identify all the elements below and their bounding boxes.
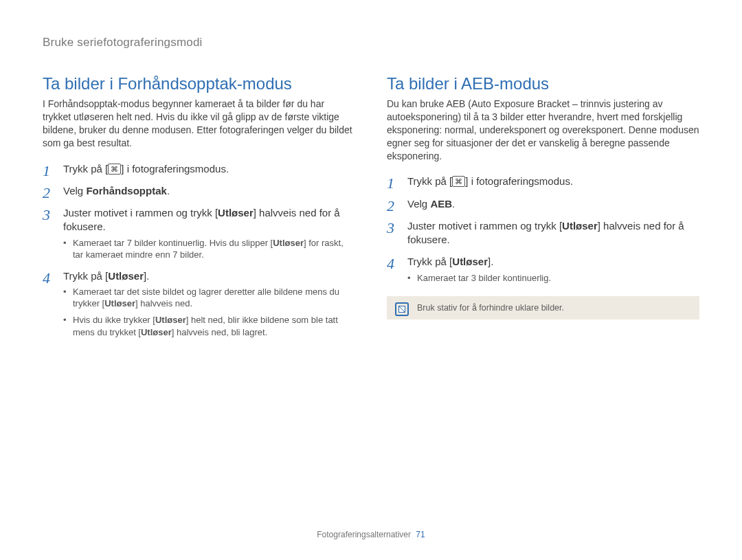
text: ] i fotograferingsmodus. bbox=[465, 175, 573, 187]
shutter-key: Utløser bbox=[104, 298, 135, 309]
right-step-4-note: Kameraet tar 3 bilder kontinuerlig. bbox=[407, 272, 699, 284]
text: ]. bbox=[144, 270, 149, 282]
left-title: Ta bilder i Forhåndsopptak-modus bbox=[43, 74, 355, 93]
text: Juster motivet i rammen og trykk [ bbox=[407, 220, 562, 232]
mode-name: Forhåndsopptak bbox=[86, 185, 167, 197]
drive-mode-icon: ⌘ bbox=[108, 164, 121, 175]
text: Hvis du ikke trykker [ bbox=[73, 315, 155, 325]
text: . bbox=[167, 185, 170, 197]
page-footer: Fotograferingsalternativer 71 bbox=[0, 530, 742, 539]
text: Velg bbox=[407, 198, 430, 210]
left-step-3: Juster motivet i rammen og trykk [Utløse… bbox=[43, 206, 355, 261]
text: Juster motivet i rammen og trykk [ bbox=[63, 207, 218, 219]
text: ] i fotograferingsmodus. bbox=[121, 163, 229, 175]
left-step-4-note-2: Hvis du ikke trykker [Utløser] helt ned,… bbox=[63, 314, 355, 338]
left-intro: I Forhåndsopptak-modus begynner kameraet… bbox=[43, 98, 355, 150]
shutter-key: Utløser bbox=[273, 238, 304, 248]
page-number: 71 bbox=[416, 530, 425, 539]
text: Trykk på [ bbox=[63, 270, 108, 282]
note-box: Bruk stativ for å forhindre uklare bilde… bbox=[387, 296, 699, 320]
text: ]. bbox=[488, 256, 493, 267]
right-column: Ta bilder i AEB-modus Du kan bruke AEB (… bbox=[387, 74, 699, 346]
text: . bbox=[452, 198, 455, 210]
shutter-key: Utløser bbox=[155, 315, 186, 325]
text: Trykk på [ bbox=[63, 163, 108, 175]
left-column: Ta bilder i Forhåndsopptak-modus I Forhå… bbox=[43, 74, 355, 346]
text: ] halvveis ned. bbox=[135, 298, 192, 309]
left-step-1: Trykk på [⌘] i fotograferingsmodus. bbox=[43, 162, 355, 176]
right-step-1: Trykk på [⌘] i fotograferingsmodus. bbox=[387, 175, 699, 188]
text: Trykk på [ bbox=[407, 175, 452, 187]
right-step-3: Juster motivet i rammen og trykk [Utløse… bbox=[387, 219, 699, 247]
drive-mode-icon: ⌘ bbox=[452, 176, 465, 187]
note-icon bbox=[395, 302, 409, 316]
text: Velg bbox=[63, 185, 86, 197]
shutter-key: Utløser bbox=[141, 327, 172, 337]
shutter-key: Utløser bbox=[562, 220, 598, 232]
breadcrumb: Bruke seriefotograferingsmodi bbox=[43, 36, 699, 49]
left-step-3-note: Kameraet tar 7 bilder kontinuerlig. Hvis… bbox=[63, 237, 355, 261]
note-text: Bruk stativ for å forhindre uklare bilde… bbox=[417, 303, 564, 313]
text: ] halvveis ned, bli lagret. bbox=[172, 327, 267, 337]
text: Trykk på [ bbox=[407, 256, 452, 267]
shutter-key: Utløser bbox=[452, 256, 488, 267]
right-step-4: Trykk på [Utløser]. Kameraet tar 3 bilde… bbox=[387, 255, 699, 284]
mode-name: AEB bbox=[430, 198, 452, 210]
shutter-key: Utløser bbox=[218, 207, 254, 219]
text: Kameraet tar 7 bilder kontinuerlig. Hvis… bbox=[73, 238, 273, 248]
right-step-2: Velg AEB. bbox=[387, 197, 699, 211]
left-step-4: Trykk på [Utløser]. Kameraet tar det sis… bbox=[43, 269, 355, 338]
left-step-4-note-1: Kameraet tar det siste bildet og lagrer … bbox=[63, 286, 355, 310]
right-intro: Du kan bruke AEB (Auto Exposure Bracket … bbox=[387, 98, 699, 162]
footer-section: Fotograferingsalternativer bbox=[317, 530, 411, 539]
left-step-2: Velg Forhåndsopptak. bbox=[43, 184, 355, 198]
shutter-key: Utløser bbox=[108, 270, 144, 282]
right-title: Ta bilder i AEB-modus bbox=[387, 74, 699, 93]
